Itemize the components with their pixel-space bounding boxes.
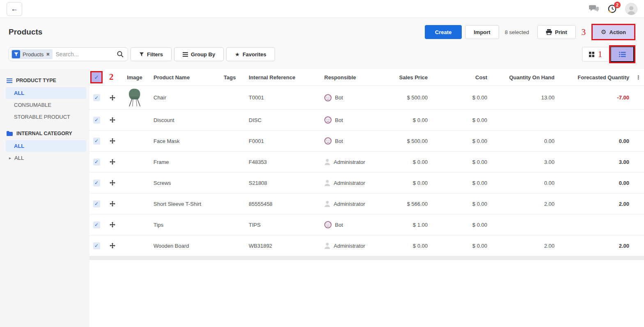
- responsible-name: Bot: [335, 94, 343, 101]
- bot-avatar-icon: [324, 137, 332, 145]
- sidebar-item-consumable[interactable]: CONSUMABLE: [6, 99, 86, 111]
- action-button[interactable]: ⚙ Action: [593, 25, 634, 39]
- activity-clock-icon[interactable]: 2: [607, 4, 617, 14]
- product-name: Wooden Board: [148, 243, 224, 249]
- create-button[interactable]: Create: [425, 25, 462, 39]
- responsible-name: Bot: [335, 117, 343, 123]
- quantity-on-hand: 0.00: [491, 138, 559, 144]
- column-header-internal-reference[interactable]: Internal Reference: [249, 74, 324, 81]
- table-row[interactable]: ✓ Discount DISC Bot $ 0.00 $ 0.00: [89, 109, 644, 130]
- internal-reference: WB31892: [249, 243, 324, 249]
- activity-badge: 2: [614, 2, 621, 8]
- product-name: Face Mask: [148, 138, 224, 144]
- table-row[interactable]: ✓ Wooden Board WB31892 Administrator $ 0…: [89, 235, 644, 256]
- kanban-view-button[interactable]: 1: [582, 47, 609, 62]
- drag-handle-icon[interactable]: [110, 117, 115, 123]
- messages-icon[interactable]: [589, 5, 599, 13]
- group-by-button[interactable]: Group By: [174, 47, 224, 61]
- drag-handle-icon[interactable]: [110, 138, 115, 144]
- drag-handle-icon[interactable]: [110, 243, 115, 249]
- user-silhouette-icon: [324, 180, 330, 186]
- row-checkbox[interactable]: ✓: [93, 117, 100, 124]
- product-name: Screws: [148, 180, 224, 186]
- optional-columns-icon[interactable]: ⋮: [633, 74, 644, 81]
- create-button-label: Create: [435, 29, 451, 35]
- back-button[interactable]: ←: [7, 2, 22, 16]
- internal-reference: T0001: [249, 94, 324, 101]
- column-header-product-name[interactable]: Product Name: [148, 74, 224, 81]
- product-list: ✓ 2 Image Product Name Tags Internal Ref…: [89, 69, 644, 327]
- column-header-cost[interactable]: Cost: [432, 74, 491, 81]
- drag-handle-icon[interactable]: [110, 95, 115, 101]
- row-checkbox[interactable]: ✓: [93, 242, 100, 249]
- product-type-section-header: PRODUCT TYPE: [0, 74, 89, 87]
- row-checkbox[interactable]: ✓: [93, 138, 100, 145]
- table-row[interactable]: ✓ Face Mask F0001 Bot $ 500.00 $ 0.00 0.…: [89, 130, 644, 151]
- search-bar[interactable]: Products ✖ Search...: [9, 47, 128, 61]
- responsible-name: Administrator: [334, 180, 365, 186]
- column-header-tags[interactable]: Tags: [224, 74, 249, 81]
- row-checkbox[interactable]: ✓: [93, 159, 100, 166]
- cost: $ 0.00: [432, 180, 491, 186]
- user-avatar[interactable]: [625, 3, 637, 15]
- search-facet-products[interactable]: Products ✖: [11, 49, 53, 59]
- table-row[interactable]: ✓ Short Sleeve T-Shirt 85555458 Administ…: [89, 193, 644, 214]
- sales-price: $ 500.00: [386, 94, 432, 101]
- drag-handle-icon[interactable]: [110, 222, 115, 228]
- table-header-row: ✓ 2 Image Product Name Tags Internal Ref…: [89, 69, 644, 85]
- internal-reference: TIPS: [249, 222, 324, 228]
- row-checkbox[interactable]: ✓: [93, 200, 100, 207]
- column-header-forecasted-quantity[interactable]: Forecasted Quantity: [559, 74, 633, 81]
- bot-avatar-icon: [324, 94, 332, 101]
- cost: $ 0.00: [432, 201, 491, 207]
- row-checkbox[interactable]: ✓: [93, 94, 100, 101]
- table-row[interactable]: ✓ Frame F48353 Administrator $ 0.00 $ 0.…: [89, 151, 644, 172]
- annotation-box-select-all: ✓: [90, 71, 103, 83]
- sidebar-item-storable-product[interactable]: STORABLE PRODUCT: [6, 111, 86, 123]
- forecasted-quantity: 2.00: [559, 201, 633, 207]
- sidebar-item-category-all[interactable]: ALL: [6, 140, 86, 152]
- internal-reference: S21808: [249, 180, 324, 186]
- internal-reference: F0001: [249, 138, 324, 144]
- forecasted-quantity: 3.00: [559, 159, 633, 165]
- print-button[interactable]: Print: [537, 25, 576, 39]
- row-checkbox[interactable]: ✓: [93, 221, 100, 228]
- filters-button-label: Filters: [147, 51, 163, 58]
- internal-reference: F48353: [249, 159, 324, 165]
- favorites-button[interactable]: ★ Favorites: [226, 47, 275, 61]
- column-header-quantity-on-hand[interactable]: Quantity On Hand: [491, 74, 559, 81]
- cost: $ 0.00: [432, 138, 491, 144]
- drag-handle-icon[interactable]: [110, 201, 115, 207]
- sales-price: $ 566.00: [386, 201, 432, 207]
- column-header-image[interactable]: Image: [121, 74, 148, 81]
- facet-close-icon[interactable]: ✖: [46, 52, 50, 57]
- caret-right-icon[interactable]: ▸: [9, 156, 11, 160]
- filter-funnel-icon: [12, 50, 20, 58]
- search-input[interactable]: Search...: [56, 51, 117, 58]
- select-all-checkbox[interactable]: ✓: [93, 74, 100, 81]
- group-by-lines-icon: [183, 52, 188, 57]
- drag-handle-icon[interactable]: [110, 180, 115, 186]
- internal-reference: 85555458: [249, 201, 324, 207]
- product-name: Discount: [148, 117, 224, 123]
- table-row[interactable]: ✓ Chair T0001 Bot $ 500.00 $ 0.00 13.00 …: [89, 85, 644, 109]
- column-header-responsible[interactable]: Responsible: [324, 74, 386, 81]
- sidebar-item-product-type-all[interactable]: ALL: [6, 87, 86, 99]
- filter-sidebar: PRODUCT TYPE ALL CONSUMABLE STORABLE PRO…: [0, 69, 89, 327]
- sidebar-item-category-all-tree[interactable]: ▸ ALL: [6, 152, 86, 164]
- product-image-chair: [127, 88, 142, 107]
- search-magnifier-icon[interactable]: [117, 51, 124, 58]
- user-silhouette-icon: [324, 242, 330, 249]
- drag-handle-icon[interactable]: [110, 159, 115, 165]
- printer-icon: [546, 29, 552, 35]
- row-checkbox[interactable]: ✓: [93, 180, 100, 187]
- table-row[interactable]: ✓ Tips TIPS Bot $ 1.00 $ 0.00: [89, 214, 644, 235]
- table-row[interactable]: ✓ Screws S21808 Administrator $ 0.00 $ 0…: [89, 172, 644, 193]
- internal-category-section-header: INTERNAL CATEGORY: [0, 127, 89, 140]
- column-header-sales-price[interactable]: Sales Price: [386, 74, 432, 81]
- list-view-button[interactable]: [610, 46, 634, 62]
- annotation-box-action: ⚙ Action: [591, 24, 635, 40]
- import-button[interactable]: Import: [465, 25, 499, 39]
- annotation-box-list-view: [609, 45, 635, 63]
- filters-button[interactable]: Filters: [131, 47, 172, 61]
